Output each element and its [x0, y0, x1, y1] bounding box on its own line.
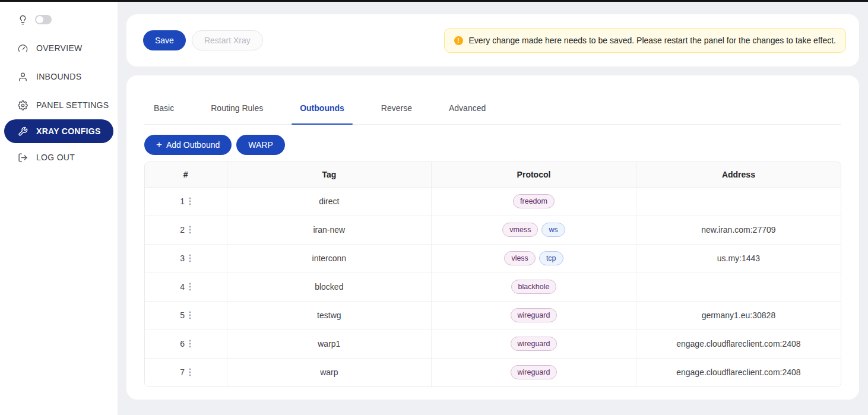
sidebar-item-label: INBOUNDS — [36, 72, 81, 81]
tag-cell: warp1 — [227, 330, 432, 358]
sidebar-item-log-out[interactable]: LOG OUT — [0, 143, 118, 172]
address-cell: engage.cloudflareclient.com:2408 — [636, 330, 841, 358]
add-outbound-label: Add Outbound — [166, 140, 220, 150]
row-menu-icon[interactable] — [189, 339, 191, 349]
sidebar-item-label: PANEL SETTINGS — [36, 100, 109, 110]
table-row: 6warp1wireguardengage.cloudflareclient.c… — [145, 330, 841, 358]
sidebar-item-label: LOG OUT — [36, 153, 75, 162]
row-menu-icon[interactable] — [189, 254, 191, 263]
warning-icon: ! — [454, 36, 463, 45]
column-header-protocol: Protocol — [432, 162, 636, 187]
table-actions: + Add Outbound WARP — [144, 135, 841, 155]
protocol-badge: tcp — [539, 251, 563, 265]
protocol-cell: wireguard — [432, 330, 636, 358]
protocol-badge: wireguard — [511, 365, 557, 379]
tag-cell: interconn — [227, 244, 432, 273]
row-index: 4 — [180, 282, 185, 292]
table-row: 7warpwireguardengage.cloudflareclient.co… — [145, 358, 841, 387]
lightbulb-icon — [18, 15, 28, 25]
tab-outbounds[interactable]: Outbounds — [292, 102, 353, 124]
row-index: 7 — [180, 368, 185, 377]
tab-advanced[interactable]: Advanced — [441, 102, 494, 124]
protocol-badge: vmess — [502, 223, 538, 237]
restart-xray-button[interactable]: Restart Xray — [192, 30, 263, 50]
table-body: 1directfreedom2iran-newvmesswsnew.iran.c… — [145, 187, 841, 387]
configs-card: BasicRouting RulesOutboundsReverseAdvanc… — [126, 75, 859, 400]
row-index: 5 — [180, 311, 185, 320]
protocol-badge: vless — [504, 251, 535, 265]
toolbar-card: Save Restart Xray ! Every change made he… — [126, 14, 859, 66]
sidebar-item-label: OVERVIEW — [36, 43, 83, 53]
row-menu-icon[interactable] — [189, 311, 191, 320]
table-row: 3interconnvlesstcpus.my:1443 — [145, 244, 841, 273]
table-row: 2iran-newvmesswsnew.iran.com:27709 — [145, 216, 841, 244]
protocol-badge: freedom — [513, 194, 555, 208]
table-row: 1directfreedom — [145, 187, 841, 216]
protocol-cell: wireguard — [432, 301, 636, 330]
save-button[interactable]: Save — [143, 30, 186, 50]
protocol-cell: vlesstcp — [432, 244, 636, 273]
gauge-icon — [18, 43, 28, 53]
tab-routing-rules[interactable]: Routing Rules — [202, 102, 271, 124]
sidebar-item-label: XRAY CONFIGS — [36, 126, 101, 136]
sidebar: OVERVIEW INBOUNDS PANEL SETTINGS XRAY CO… — [0, 2, 118, 415]
protocol-cell: blackhole — [432, 273, 636, 301]
logout-icon — [18, 153, 28, 163]
warning-alert-text: Every change made here needs to be saved… — [469, 36, 836, 45]
address-cell: new.iran.com:27709 — [636, 216, 841, 244]
address-cell: germany1.eu:30828 — [636, 301, 841, 330]
protocol-badge: wireguard — [511, 337, 557, 351]
theme-toggle-row — [0, 5, 118, 34]
app-root: OVERVIEW INBOUNDS PANEL SETTINGS XRAY CO… — [0, 2, 868, 415]
row-index: 1 — [180, 197, 185, 206]
main-content: Save Restart Xray ! Every change made he… — [118, 2, 868, 415]
table-row: 5testwgwireguardgermany1.eu:30828 — [145, 301, 841, 330]
theme-switch[interactable] — [35, 15, 52, 24]
sidebar-item-inbounds[interactable]: INBOUNDS — [0, 62, 118, 91]
row-menu-icon[interactable] — [189, 282, 191, 292]
toolbar-buttons: Save Restart Xray — [143, 30, 263, 50]
address-cell — [636, 187, 841, 216]
tag-cell: iran-new — [227, 216, 432, 244]
tag-cell: direct — [227, 187, 432, 216]
row-index: 3 — [180, 254, 185, 263]
gear-icon — [18, 100, 28, 110]
column-header-address: Address — [636, 162, 841, 187]
tag-cell: testwg — [227, 301, 432, 330]
protocol-cell: freedom — [432, 187, 636, 216]
sidebar-item-panel-settings[interactable]: PANEL SETTINGS — [0, 91, 118, 119]
row-menu-icon[interactable] — [189, 225, 191, 235]
row-index: 2 — [180, 225, 185, 235]
plus-icon: + — [156, 140, 162, 150]
sidebar-item-overview[interactable]: OVERVIEW — [0, 34, 118, 62]
tab-reverse[interactable]: Reverse — [373, 102, 420, 124]
row-menu-icon[interactable] — [189, 368, 191, 377]
address-cell: us.my:1443 — [636, 244, 841, 273]
protocol-badge: wireguard — [511, 308, 557, 322]
wrench-icon — [18, 126, 28, 137]
table-header-row: # Tag Protocol Address — [145, 162, 841, 187]
tag-cell: warp — [227, 358, 432, 387]
sidebar-item-xray-configs[interactable]: XRAY CONFIGS — [4, 119, 113, 143]
address-cell: engage.cloudflareclient.com:2408 — [636, 358, 841, 387]
user-icon — [18, 72, 28, 82]
tab-basic[interactable]: Basic — [145, 102, 182, 124]
address-cell — [636, 273, 841, 301]
row-menu-icon[interactable] — [189, 197, 191, 206]
row-index: 6 — [180, 339, 185, 349]
protocol-cell: wireguard — [432, 358, 636, 387]
warning-alert: ! Every change made here needs to be sav… — [444, 28, 846, 53]
protocol-badge: ws — [541, 223, 565, 237]
add-outbound-button[interactable]: + Add Outbound — [144, 135, 232, 155]
protocol-cell: vmessws — [432, 216, 636, 244]
theme-switch-knob — [36, 16, 43, 23]
outbounds-table: # Tag Protocol Address 1directfreedom2ir… — [144, 161, 841, 387]
warp-button[interactable]: WARP — [236, 135, 284, 155]
tabs: BasicRouting RulesOutboundsReverseAdvanc… — [144, 102, 841, 125]
tag-cell: blocked — [227, 273, 432, 301]
table-row: 4blockedblackhole — [145, 273, 841, 301]
column-header-tag: Tag — [227, 162, 432, 187]
protocol-badge: blackhole — [511, 280, 557, 294]
column-header-index: # — [145, 162, 227, 187]
